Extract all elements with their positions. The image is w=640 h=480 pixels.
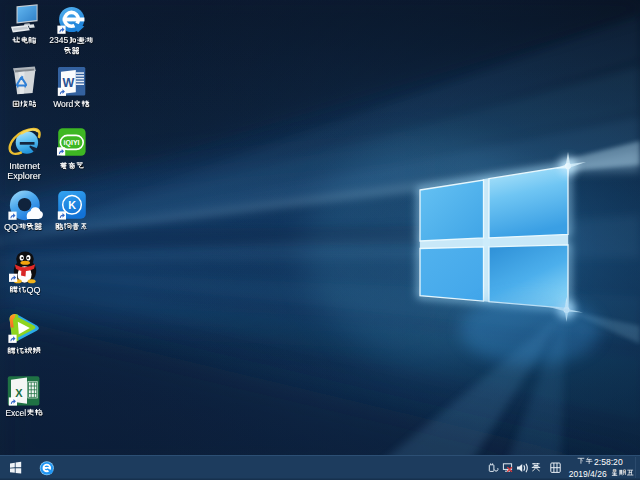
svg-text:K: K: [68, 199, 76, 211]
svg-text:Excel: Excel: [5, 408, 26, 418]
svg-text:Word: Word: [53, 99, 73, 109]
svg-text:2:58:20: 2:58:20: [594, 457, 623, 467]
svg-text:2019/4/26: 2019/4/26: [569, 469, 607, 479]
svg-text:Explorer: Explorer: [7, 171, 41, 181]
svg-text:iQIYI: iQIYI: [64, 139, 80, 147]
svg-text:2345: 2345: [49, 35, 68, 45]
svg-text:X: X: [15, 387, 23, 399]
svg-text:QQ: QQ: [4, 222, 18, 232]
svg-text:Internet: Internet: [9, 161, 40, 171]
svg-text:QQ: QQ: [27, 285, 41, 295]
